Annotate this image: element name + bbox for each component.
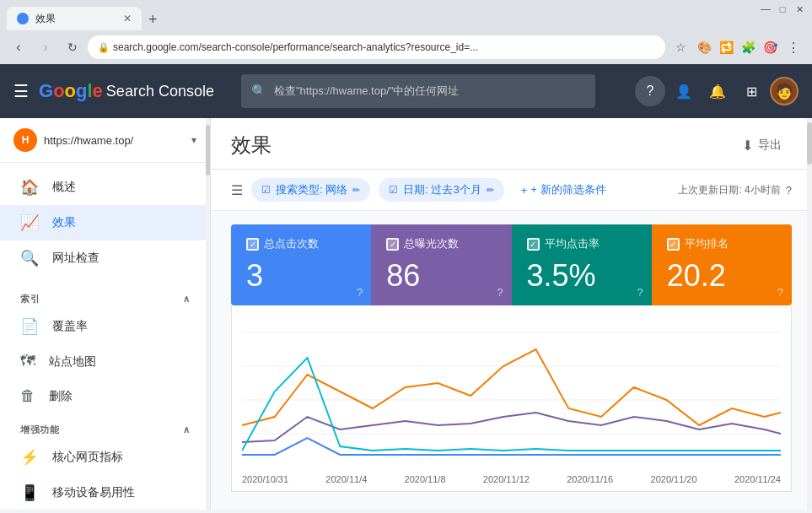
- sidebar-item-label: 移动设备易用性: [52, 485, 135, 500]
- content-scrollbar[interactable]: [807, 118, 812, 510]
- x-label-3: 2020/11/12: [483, 474, 530, 484]
- sidebar-item-performance[interactable]: 📈 效果: [0, 205, 210, 240]
- x-label-4: 2020/11/16: [567, 474, 613, 484]
- metric-checkbox-impressions[interactable]: ✓: [386, 238, 399, 251]
- filter-chip-search-type[interactable]: ☑ 搜索类型: 网络 ✏: [251, 178, 370, 202]
- core-vitals-icon: ⚡: [20, 448, 39, 467]
- logo-o2: o: [65, 80, 76, 102]
- sidebar-item-url-inspection[interactable]: 🔍 网址检查: [0, 240, 210, 276]
- search-icon: 🔍: [251, 84, 267, 99]
- logo-g2: g: [76, 80, 87, 102]
- sidebar-scrollbar[interactable]: [206, 118, 210, 510]
- sidebar-item-removals[interactable]: 🗑 删除: [0, 379, 210, 413]
- close-button[interactable]: ✕: [793, 3, 805, 15]
- sidebar-item-label: 覆盖率: [52, 319, 88, 334]
- notification-button[interactable]: 🔔: [702, 76, 733, 106]
- metric-help-icon[interactable]: ?: [637, 286, 643, 299]
- property-selector[interactable]: H https://hwame.top/ ▾: [0, 118, 210, 163]
- ext-icon-4[interactable]: 🎯: [760, 37, 780, 57]
- section-enhancements-collapse-icon[interactable]: ∧: [183, 424, 191, 435]
- new-tab-button[interactable]: +: [142, 11, 164, 29]
- export-label: 导出: [758, 138, 782, 153]
- sidebar-item-label: 网址检查: [52, 251, 99, 266]
- sidebar-item-label: 概述: [52, 180, 76, 195]
- section-collapse-icon[interactable]: ∧: [183, 294, 191, 305]
- tab-close-icon[interactable]: ✕: [123, 13, 132, 24]
- maximize-button[interactable]: □: [777, 3, 788, 15]
- metric-help-icon[interactable]: ?: [357, 286, 363, 299]
- sidebar-item-mobile-usability[interactable]: 📱 移动设备易用性: [0, 475, 210, 510]
- ext-icon-2[interactable]: 🔁: [716, 37, 736, 57]
- sidebar-item-label: 效果: [52, 215, 76, 230]
- search-box[interactable]: 🔍 检查"https://hwame.top/"中的任何网址: [241, 74, 595, 108]
- sidebar-item-label: 站点地图: [49, 354, 96, 370]
- removals-icon: 🗑: [20, 387, 35, 405]
- chip-label: 搜索类型: 网络: [276, 182, 347, 197]
- sidebar-section-index: 索引 ∧: [0, 283, 210, 309]
- sidebar-item-core-vitals[interactable]: ⚡ 核心网页指标: [0, 440, 210, 475]
- coverage-icon: 📄: [20, 317, 39, 336]
- metric-value-impressions: 86: [386, 258, 496, 294]
- metric-help-icon[interactable]: ?: [497, 286, 503, 299]
- last-update-text: 上次更新日期: 4小时前: [678, 183, 780, 197]
- sidebar-item-label: 核心网页指标: [52, 450, 123, 465]
- last-update-help-icon[interactable]: ?: [786, 184, 792, 197]
- metric-checkbox-clicks[interactable]: ✓: [246, 238, 259, 251]
- apps-button[interactable]: ⊞: [736, 76, 766, 106]
- bookmark-icon[interactable]: ☆: [669, 35, 692, 59]
- add-filter-label: + 新的筛选条件: [530, 182, 605, 197]
- avatar[interactable]: 🧑: [770, 77, 799, 105]
- property-arrow-icon: ▾: [191, 134, 196, 146]
- share-button[interactable]: 👤: [669, 76, 699, 106]
- metric-value-ctr: 3.5%: [527, 258, 637, 294]
- minimize-button[interactable]: —: [760, 3, 772, 15]
- content-area: 效果 ⬇ 导出 ☰ ☑ 搜索类型: 网络 ✏ ☑ 日期: 过去3个月 ✏: [211, 118, 812, 510]
- filter-chip-date[interactable]: ☑ 日期: 过去3个月 ✏: [379, 178, 503, 202]
- sidebar-item-overview[interactable]: 🏠 概述: [0, 170, 210, 205]
- logo-e: e: [93, 80, 103, 102]
- browser-tab[interactable]: 效果 ✕: [7, 7, 142, 30]
- address-bar[interactable]: 🔒 search.google.com/search-console/perfo…: [88, 35, 665, 59]
- metric-card-impressions[interactable]: ✓ 总曝光次数 86 ?: [371, 224, 511, 305]
- chip-checkbox: ☑: [261, 184, 271, 196]
- x-label-0: 2020/10/31: [242, 474, 288, 484]
- metric-card-ctr[interactable]: ✓ 平均点击率 3.5% ?: [512, 224, 652, 305]
- ext-color-icon[interactable]: 🎨: [694, 37, 714, 57]
- metric-name-clicks: 总点击次数: [264, 236, 319, 251]
- metric-checkbox-ctr[interactable]: ✓: [527, 238, 540, 251]
- filter-bar: ☰ ☑ 搜索类型: 网络 ✏ ☑ 日期: 过去3个月 ✏ + + 新的筛选条件 …: [211, 170, 812, 211]
- property-name: https://hwame.top/: [44, 134, 185, 147]
- export-button[interactable]: ⬇ 导出: [732, 132, 792, 159]
- property-icon: H: [13, 128, 37, 152]
- sidebar-item-coverage[interactable]: 📄 覆盖率: [0, 309, 210, 344]
- tab-favicon: [17, 13, 29, 24]
- metric-checkbox-position[interactable]: ✓: [667, 238, 680, 251]
- sidebar-item-sitemaps[interactable]: 🗺 站点地图: [0, 344, 210, 379]
- hamburger-menu-icon[interactable]: ☰: [13, 81, 29, 101]
- logo: G o o g l e Search Console: [39, 80, 214, 102]
- metric-name-ctr: 平均点击率: [545, 236, 600, 251]
- help-button[interactable]: ?: [635, 76, 665, 106]
- ext-icon-3[interactable]: 🧩: [738, 37, 758, 57]
- add-filter-button[interactable]: + + 新的筛选条件: [513, 178, 615, 202]
- metric-name-position: 平均排名: [685, 236, 729, 251]
- back-button[interactable]: ‹: [7, 35, 30, 59]
- lock-icon: 🔒: [98, 42, 110, 53]
- performance-icon: 📈: [20, 213, 39, 232]
- chip-edit-icon: ✏: [352, 185, 360, 196]
- add-icon: +: [521, 184, 528, 197]
- metric-value-clicks: 3: [246, 258, 356, 294]
- x-label-1: 2020/11/4: [325, 474, 367, 484]
- search-input[interactable]: 检查"https://hwame.top/"中的任何网址: [274, 84, 585, 99]
- x-label-2: 2020/11/8: [405, 474, 446, 484]
- performance-chart: [242, 316, 781, 467]
- metric-card-clicks[interactable]: ✓ 总点击次数 3 ?: [231, 224, 371, 305]
- metric-card-position[interactable]: ✓ 平均排名 20.2 ?: [652, 224, 792, 305]
- metric-help-icon[interactable]: ?: [777, 286, 783, 299]
- forward-button[interactable]: ›: [34, 35, 57, 59]
- logo-o1: o: [53, 80, 64, 102]
- more-icon[interactable]: ⋮: [782, 35, 805, 59]
- chart-area: 2020/10/31 2020/11/4 2020/11/8 2020/11/1…: [231, 305, 792, 492]
- url-inspection-icon: 🔍: [20, 249, 39, 267]
- reload-button[interactable]: ↻: [61, 35, 84, 59]
